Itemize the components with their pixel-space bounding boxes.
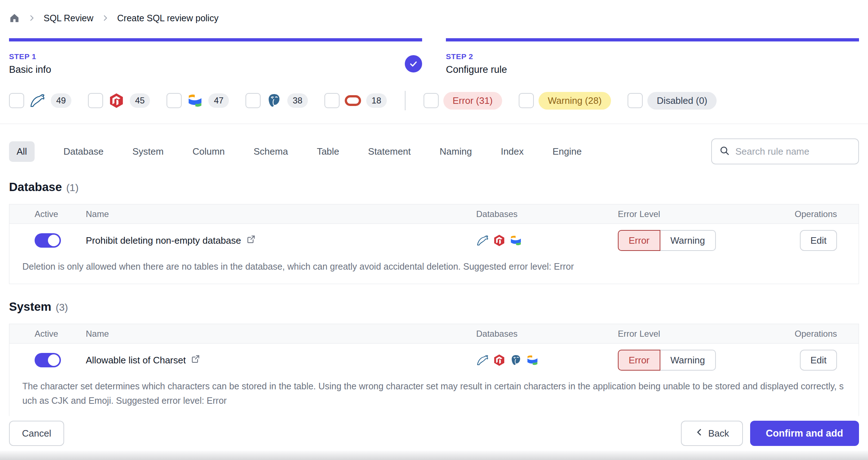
rule-name: Allowable list of Charset — [86, 355, 186, 366]
filter-level-warning: Warning (28) — [519, 92, 611, 110]
breadcrumb-current-page: Create SQL review policy — [117, 13, 218, 23]
oceanbase-icon — [509, 234, 522, 247]
tab-column[interactable]: Column — [192, 141, 225, 162]
filter-engine-postgresql: 38 — [245, 92, 308, 109]
table-header-row: Active Name Databases Error Level Operat… — [9, 324, 859, 344]
rule-name: Prohibit deleting non-empty database — [86, 235, 241, 246]
edit-button[interactable]: Edit — [800, 230, 837, 251]
rule-database-icons — [476, 354, 618, 367]
database-section-header: Database (1) — [0, 180, 868, 194]
warning-level-button[interactable]: Warning — [660, 230, 716, 251]
category-tabs: All Database System Column Schema Table … — [9, 141, 582, 162]
col-header-databases: Databases — [476, 209, 618, 219]
back-button-label: Back — [708, 428, 729, 439]
tidb-icon — [108, 92, 125, 109]
category-tabs-row: All Database System Column Schema Table … — [0, 138, 868, 164]
chevron-left-icon — [695, 428, 704, 439]
external-link-icon[interactable] — [191, 354, 200, 366]
confirm-and-add-button[interactable]: Confirm and add — [750, 421, 859, 446]
warning-level-button[interactable]: Warning — [660, 350, 716, 371]
filter-engine-oracle: 18 — [324, 92, 387, 109]
postgresql-icon — [265, 92, 283, 109]
footer-action-bar: Cancel Back Confirm and add — [0, 416, 868, 451]
toggle-knob — [48, 235, 59, 246]
oracle-icon — [344, 92, 362, 109]
table-header-row: Active Name Databases Error Level Operat… — [9, 204, 859, 224]
back-button[interactable]: Back — [681, 421, 743, 446]
filter-engine-oceanbase: 47 — [167, 92, 229, 109]
filter-level-error: Error (31) — [424, 92, 502, 110]
step-2[interactable]: STEP 2 Configure rule — [446, 38, 859, 75]
system-section-header: System (3) — [0, 300, 868, 314]
bottom-edge-shadow — [0, 451, 868, 460]
tab-schema[interactable]: Schema — [254, 141, 288, 162]
database-rules-table: Active Name Databases Error Level Operat… — [9, 204, 859, 284]
col-header-name: Name — [86, 329, 476, 339]
col-header-name: Name — [86, 209, 476, 219]
col-header-active: Active — [9, 209, 86, 219]
breadcrumb-sql-review[interactable]: SQL Review — [44, 13, 93, 23]
toggle-knob — [48, 354, 59, 366]
disabled-level-pill: Disabled (0) — [647, 92, 717, 110]
system-section-title: System — [9, 300, 51, 314]
rule-database-icons — [476, 234, 618, 247]
tab-system[interactable]: System — [132, 141, 164, 162]
error-level-segmented: Error Warning — [618, 230, 716, 251]
mysql-checkbox[interactable] — [9, 93, 24, 108]
mysql-icon — [476, 234, 489, 247]
chevron-right-icon — [101, 14, 109, 22]
search-rule-box — [711, 138, 859, 164]
postgresql-count-badge: 38 — [287, 93, 308, 108]
database-section-count: (1) — [66, 182, 79, 194]
tidb-count-badge: 45 — [130, 93, 150, 108]
col-header-active: Active — [9, 329, 86, 339]
mysql-count-badge: 49 — [51, 93, 71, 108]
error-level-segmented: Error Warning — [618, 350, 716, 371]
step-1-title: Basic info — [9, 64, 51, 75]
col-header-databases: Databases — [476, 329, 618, 339]
col-header-error-level: Error Level — [618, 209, 781, 219]
filter-engine-mysql: 49 — [9, 92, 71, 109]
filter-engine-tidb: 45 — [88, 92, 150, 109]
filter-level-disabled: Disabled (0) — [628, 92, 717, 110]
rule-active-toggle[interactable] — [35, 233, 61, 248]
tab-index[interactable]: Index — [501, 141, 524, 162]
cancel-button[interactable]: Cancel — [9, 421, 64, 446]
warning-level-checkbox[interactable] — [519, 93, 534, 108]
tab-database[interactable]: Database — [63, 141, 103, 162]
oceanbase-checkbox[interactable] — [167, 93, 182, 108]
rule-active-toggle[interactable] — [35, 353, 61, 367]
rule-description: The character set determines which chara… — [9, 377, 859, 418]
edit-button[interactable]: Edit — [800, 350, 837, 371]
search-rule-input[interactable] — [735, 146, 851, 157]
filter-divider — [405, 91, 406, 110]
warning-level-pill: Warning (28) — [539, 92, 611, 110]
step-2-label: STEP 2 — [446, 52, 507, 61]
tab-naming[interactable]: Naming — [440, 141, 472, 162]
oceanbase-icon — [526, 354, 539, 367]
tidb-checkbox[interactable] — [88, 93, 103, 108]
tidb-icon — [493, 234, 506, 247]
rule-description: Deletion is only allowed when there are … — [9, 257, 859, 284]
oracle-checkbox[interactable] — [324, 93, 340, 108]
section-divider — [0, 124, 868, 124]
external-link-icon[interactable] — [246, 234, 256, 247]
error-level-checkbox[interactable] — [424, 93, 439, 108]
mysql-icon — [29, 92, 46, 109]
tab-table[interactable]: Table — [317, 141, 339, 162]
home-icon[interactable] — [9, 13, 20, 23]
step-1-completed-check-icon — [405, 55, 422, 72]
disabled-level-checkbox[interactable] — [628, 93, 643, 108]
col-header-operations: Operations — [781, 329, 859, 339]
step-2-title: Configure rule — [446, 64, 507, 75]
tab-engine[interactable]: Engine — [553, 141, 582, 162]
postgresql-icon — [509, 354, 522, 367]
step-1[interactable]: STEP 1 Basic info — [9, 38, 422, 75]
tab-all[interactable]: All — [9, 141, 35, 162]
chevron-right-icon — [28, 14, 36, 22]
tab-statement[interactable]: Statement — [368, 141, 411, 162]
breadcrumb: SQL Review Create SQL review policy — [0, 0, 868, 26]
error-level-button[interactable]: Error — [618, 350, 660, 371]
error-level-button[interactable]: Error — [618, 230, 660, 251]
postgresql-checkbox[interactable] — [245, 93, 261, 108]
